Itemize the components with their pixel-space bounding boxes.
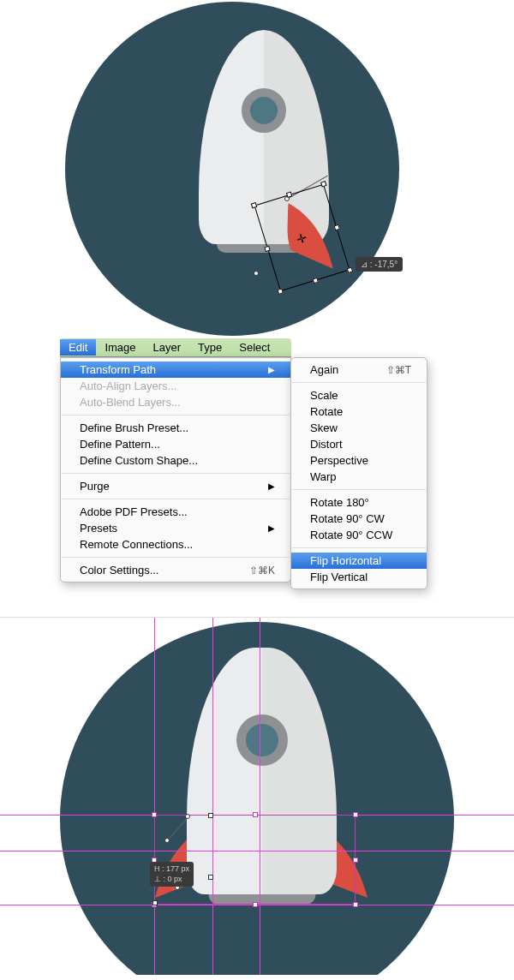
transform-submenu: Again ⇧⌘T Scale Rotate Skew Distort Pers…: [290, 357, 427, 589]
anchor-point[interactable]: [152, 900, 158, 905]
canvas-top[interactable]: ✛ ⊿ : -17,5°: [0, 0, 514, 338]
transform-handle[interactable]: [353, 858, 358, 863]
menu-auto-blend: Auto-Blend Layers...: [61, 394, 290, 410]
menubar-layer[interactable]: Layer: [145, 339, 190, 356]
anchor-point[interactable]: [254, 271, 259, 276]
smart-guide: [212, 618, 213, 975]
menu-presets[interactable]: Presets ▶: [61, 520, 290, 536]
menu-auto-align: Auto-Align Layers...: [61, 378, 290, 394]
menubar-type[interactable]: Type: [189, 339, 230, 356]
tooltip-d: ⊥ : 0 px: [154, 875, 189, 885]
transform-center-icon[interactable]: ✛: [295, 230, 308, 246]
menu-separator: [292, 382, 426, 383]
selection-box[interactable]: [154, 815, 356, 905]
shortcut-label: ⇧⌘T: [386, 364, 411, 376]
menu-remote-connections[interactable]: Remote Connections...: [61, 536, 290, 553]
transform-handle[interactable]: [353, 902, 358, 907]
angle-tooltip: ⊿ : -17,5°: [356, 257, 403, 272]
submenu-skew[interactable]: Skew: [291, 420, 427, 436]
menu-separator: [62, 557, 290, 558]
submenu-scale[interactable]: Scale: [291, 387, 427, 403]
submenu-flip-horizontal[interactable]: Flip Horizontal: [291, 553, 427, 569]
menu-color-settings[interactable]: Color Settings... ⇧⌘K: [61, 562, 290, 578]
transform-handle[interactable]: [264, 245, 270, 251]
transform-handle[interactable]: [253, 902, 258, 907]
submenu-warp[interactable]: Warp: [291, 469, 427, 485]
rocket-body-left: [199, 30, 264, 244]
menubar-image[interactable]: Image: [96, 339, 144, 356]
transform-handle[interactable]: [353, 812, 358, 817]
menu-separator: [292, 489, 426, 490]
menu-define-brush[interactable]: Define Brush Preset...: [61, 420, 290, 436]
submenu-again[interactable]: Again ⇧⌘T: [291, 362, 427, 378]
menu-purge[interactable]: Purge ▶: [61, 478, 290, 494]
smart-guide: [260, 618, 260, 975]
transform-handle[interactable]: [251, 202, 257, 208]
submenu-rotate[interactable]: Rotate: [291, 403, 427, 420]
menu-pdf-presets[interactable]: Adobe PDF Presets...: [61, 504, 290, 520]
anchor-point[interactable]: [208, 813, 213, 818]
menubar: Edit Image Layer Type Select: [60, 338, 291, 357]
submenu-rotate-180[interactable]: Rotate 180°: [291, 494, 427, 511]
shortcut-label: ⇧⌘K: [249, 565, 275, 577]
menu-define-pattern[interactable]: Define Pattern...: [61, 436, 290, 452]
anchor-point[interactable]: [185, 814, 190, 819]
submenu-perspective[interactable]: Perspective: [291, 452, 427, 469]
menu-define-shape[interactable]: Define Custom Shape...: [61, 452, 290, 469]
menu-separator: [62, 499, 290, 499]
edit-dropdown: Transform Path ▶ Auto-Align Layers... Au…: [60, 357, 291, 583]
submenu-arrow-icon: ▶: [268, 481, 275, 491]
submenu-rotate-90ccw[interactable]: Rotate 90° CCW: [291, 527, 427, 543]
menu-area: Edit Image Layer Type Select Transform P…: [0, 338, 514, 630]
menu-label: Transform Path: [80, 363, 156, 376]
submenu-arrow-icon: ▶: [268, 365, 275, 374]
submenu-flip-vertical[interactable]: Flip Vertical: [291, 569, 427, 585]
rocket-window: [236, 714, 288, 766]
submenu-rotate-90cw[interactable]: Rotate 90° CW: [291, 511, 427, 527]
anchor-point[interactable]: [164, 838, 170, 843]
transform-handle[interactable]: [285, 192, 291, 198]
menu-separator: [292, 547, 426, 548]
canvas-bottom[interactable]: H : 177 px ⊥ : 0 px: [0, 617, 514, 975]
menubar-select[interactable]: Select: [230, 339, 278, 356]
menu-transform-path[interactable]: Transform Path ▶: [61, 362, 290, 378]
menu-separator: [62, 415, 290, 415]
submenu-arrow-icon: ▶: [268, 523, 275, 533]
anchor-point[interactable]: [208, 875, 213, 880]
transform-handle[interactable]: [253, 812, 258, 817]
smart-guide: [154, 618, 155, 975]
transform-handle[interactable]: [152, 812, 157, 817]
submenu-distort[interactable]: Distort: [291, 436, 427, 452]
rocket-window: [242, 88, 286, 133]
measurement-tooltip: H : 177 px ⊥ : 0 px: [150, 862, 194, 887]
menu-separator: [62, 473, 290, 474]
tooltip-h: H : 177 px: [154, 864, 189, 875]
menubar-edit[interactable]: Edit: [60, 339, 96, 356]
